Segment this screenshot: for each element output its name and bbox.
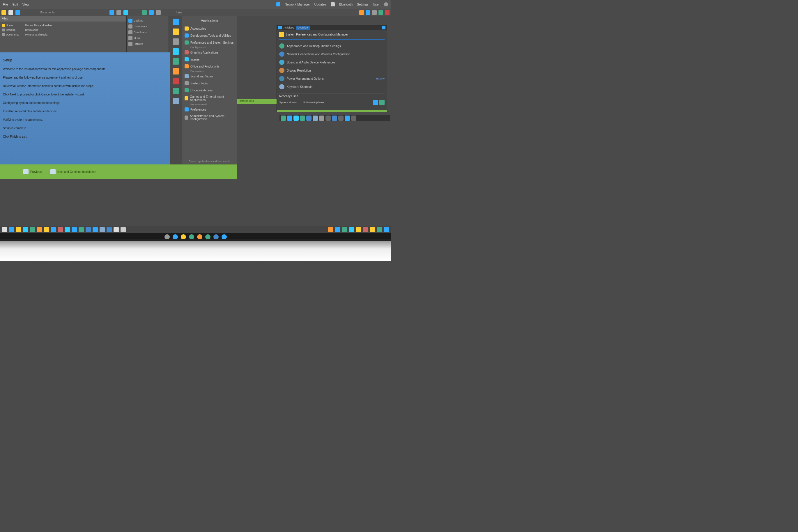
settings-tab[interactable]: Activities (283, 26, 294, 29)
tray-icon[interactable] (335, 227, 340, 232)
tray-icon[interactable] (328, 227, 333, 232)
taskbar-app-icon[interactable] (294, 116, 299, 121)
file-row[interactable]: Downloads (25, 27, 125, 32)
folder-row[interactable]: Music (128, 35, 167, 41)
taskbar-app-icon[interactable] (281, 116, 286, 121)
install-strip[interactable]: Install to disk (237, 99, 277, 104)
menu-bluetooth[interactable]: Bluetooth (339, 3, 353, 6)
sidebar-item[interactable]: Documents (2, 32, 22, 37)
taskbar-app-icon[interactable] (58, 227, 63, 232)
menu-updates[interactable]: Updates (314, 3, 326, 6)
taskbar-app-icon[interactable] (93, 227, 98, 232)
taskbar-app-icon[interactable] (120, 227, 126, 232)
app-icon[interactable] (372, 10, 377, 15)
start-menu-item[interactable]: Internet (185, 56, 235, 63)
launcher-icon[interactable] (173, 19, 179, 25)
start-search-hint[interactable]: Search applications and documents (184, 160, 236, 163)
tray-icon[interactable] (356, 227, 361, 232)
folder-row[interactable]: Pictures (128, 41, 167, 47)
tray-icon[interactable] (342, 227, 347, 232)
tray-icon[interactable] (370, 227, 375, 232)
folder-row[interactable]: Desktop (128, 18, 167, 23)
taskbar-app-icon[interactable] (319, 116, 324, 121)
app-icon[interactable] (124, 10, 128, 15)
taskbar-app-icon[interactable] (2, 227, 7, 232)
launcher-icon[interactable] (173, 68, 179, 75)
menu-edit[interactable]: Edit (13, 3, 18, 6)
taskbar-app-icon[interactable] (99, 227, 105, 232)
taskbar-app-icon[interactable] (332, 116, 337, 121)
settings-item[interactable]: Network Connections and Wireless Configu… (279, 50, 385, 58)
start-menu-item[interactable]: Accessories (185, 25, 235, 32)
start-menu-item[interactable]: Graphics Applications (185, 49, 235, 56)
start-menu-item[interactable]: Administration and System Configuration (185, 113, 235, 122)
tray-icon[interactable] (349, 227, 354, 232)
app-icon[interactable] (142, 10, 147, 15)
settings-tab-active[interactable]: Overview (296, 25, 310, 30)
app-icon[interactable] (15, 10, 20, 15)
taskbar-app-icon[interactable] (9, 227, 14, 232)
tray-icon[interactable] (377, 227, 382, 232)
app-icon[interactable] (366, 10, 370, 15)
settings-item[interactable]: Appearance and Desktop Theme Settings (279, 42, 385, 50)
file-row[interactable]: Pictures and media (25, 32, 125, 37)
launcher-icon[interactable] (173, 78, 179, 84)
file-row[interactable]: Recent files and folders (25, 23, 125, 27)
launcher-icon[interactable] (173, 58, 179, 64)
app-icon[interactable] (156, 10, 161, 15)
folder-row[interactable]: Downloads (128, 30, 167, 35)
folder-row[interactable]: Documents (128, 23, 167, 30)
start-menu-item[interactable]: Office and Productivity (185, 63, 235, 70)
launcher-icon[interactable] (173, 48, 179, 55)
start-menu-item[interactable]: System Tools (185, 80, 235, 87)
settings-titlebar[interactable]: Activities Overview (277, 25, 387, 30)
app-icon[interactable] (385, 10, 390, 15)
app-icon[interactable] (359, 10, 364, 15)
launcher-icon[interactable] (173, 28, 179, 35)
menu-user[interactable]: User (373, 3, 379, 6)
taskbar-app-icon[interactable] (23, 227, 28, 232)
app-icon[interactable] (8, 10, 13, 15)
footer-icon[interactable] (373, 100, 378, 105)
taskbar-app-icon[interactable] (326, 116, 331, 121)
app-icon[interactable] (110, 10, 114, 15)
footer-icon[interactable] (379, 100, 385, 105)
taskbar-app-icon[interactable] (86, 227, 91, 232)
launcher-icon[interactable] (173, 38, 179, 45)
sidebar-item[interactable]: Home (2, 23, 22, 27)
toolbar-tab[interactable]: Home (175, 11, 183, 14)
taskbar-app-icon[interactable] (37, 227, 42, 232)
taskbar-app-icon[interactable] (351, 116, 356, 121)
taskbar-app-icon[interactable] (79, 227, 84, 232)
menu-view[interactable]: View (22, 3, 30, 6)
sidebar-item[interactable]: Desktop (2, 27, 22, 32)
taskbar-app-icon[interactable] (300, 116, 305, 121)
launcher-icon[interactable] (173, 98, 179, 104)
window-titlebar[interactable]: Files (0, 16, 126, 21)
app-icon[interactable] (378, 10, 383, 15)
start-menu-item[interactable]: Development Tools and Utilities (185, 32, 235, 39)
taskbar-app-icon[interactable] (114, 227, 119, 232)
start-menu-item[interactable]: Preferences (185, 106, 235, 113)
taskbar-app-icon[interactable] (338, 116, 344, 121)
menu-file[interactable]: File (3, 3, 8, 6)
taskbar-app-icon[interactable] (287, 116, 292, 121)
installer-prev-button[interactable]: Previous (23, 169, 42, 174)
start-menu-item[interactable]: Preferences and System Settings (185, 39, 235, 46)
settings-item[interactable]: Keyboard Shortcuts (279, 83, 385, 91)
start-menu-item[interactable]: Universal Access (185, 87, 235, 94)
app-icon[interactable] (116, 10, 121, 15)
footer-link[interactable]: Software Updates (303, 101, 324, 104)
menu-settings[interactable]: Settings (357, 3, 369, 6)
settings-item[interactable]: Display Resolution (279, 66, 385, 75)
tray-icon[interactable] (331, 2, 335, 6)
launcher-icon[interactable] (173, 88, 179, 94)
footer-link[interactable]: System Monitor (279, 101, 298, 104)
taskbar-app-icon[interactable] (44, 227, 49, 232)
installer-next-button[interactable]: Next and Continue Installation (50, 169, 96, 174)
taskbar-app-icon[interactable] (64, 227, 70, 232)
taskbar-app-icon[interactable] (313, 116, 318, 121)
taskbar-app-icon[interactable] (30, 227, 35, 232)
tray-icon[interactable] (384, 227, 389, 232)
start-menu-item[interactable]: Games and Entertainment Applications (185, 94, 235, 103)
